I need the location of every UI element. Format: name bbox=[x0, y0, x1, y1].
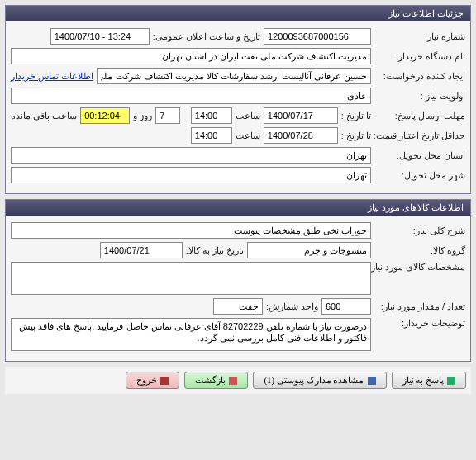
creator-label: ایجاد کننده درخواست: bbox=[374, 71, 465, 82]
buyer-field[interactable] bbox=[11, 48, 371, 64]
buyer-note-label: توضیحات خریدار: bbox=[374, 318, 465, 329]
province-label: استان محل تحویل: bbox=[374, 150, 465, 161]
spec-label: مشخصات کالای مورد نیاز: bbox=[374, 262, 465, 273]
panel2-title: اطلاعات کالاهای مورد نیاز bbox=[6, 200, 470, 216]
todate-label-2: تا تاریخ : bbox=[341, 130, 371, 141]
buyer-note-field[interactable] bbox=[11, 318, 371, 351]
exit-button-label: خروج bbox=[136, 375, 157, 386]
time-label-1: ساعت bbox=[236, 111, 260, 121]
document-icon bbox=[368, 377, 376, 385]
time-label-2: ساعت bbox=[236, 130, 260, 141]
need-date-field[interactable] bbox=[100, 242, 183, 258]
unit-label: واحد شمارش: bbox=[266, 301, 318, 312]
validity-label: حداقل تاریخ اعتبار قیمت: bbox=[374, 130, 465, 141]
validity-time-field[interactable] bbox=[191, 127, 232, 144]
announce-field[interactable] bbox=[50, 28, 150, 45]
announce-label: تاریخ و ساعت اعلان عمومی: bbox=[153, 31, 260, 42]
desc-field[interactable] bbox=[11, 222, 371, 239]
reply-button[interactable]: پاسخ به نیاز bbox=[392, 372, 467, 389]
request-no-label: شماره نیاز: bbox=[374, 31, 465, 42]
back-icon bbox=[229, 377, 237, 385]
attachments-button-label: مشاهده مدارک پیوستی (1) bbox=[264, 375, 364, 386]
group-label: گروه کالا: bbox=[374, 245, 465, 256]
panel1-title: جزئیات اطلاعات نیاز bbox=[6, 6, 470, 21]
reply-time-field[interactable] bbox=[191, 107, 232, 124]
qty-field[interactable] bbox=[321, 298, 371, 315]
buyer-label: نام دستگاه خریدار: bbox=[374, 51, 465, 62]
unit-field[interactable] bbox=[213, 298, 263, 315]
spec-field[interactable] bbox=[11, 262, 371, 295]
remain-label: ساعت باقی مانده bbox=[11, 111, 77, 121]
days-label: روز و bbox=[133, 111, 152, 121]
city-label: شهر محل تحویل: bbox=[374, 170, 465, 181]
reply-icon bbox=[447, 377, 455, 385]
exit-button[interactable]: خروج bbox=[126, 372, 179, 389]
group-field[interactable] bbox=[247, 242, 371, 258]
creator-field[interactable] bbox=[97, 68, 371, 84]
reply-deadline-label: مهلت ارسال پاسخ: bbox=[374, 111, 465, 121]
desc-label: شرح کلی نیاز: bbox=[374, 225, 465, 236]
province-field[interactable] bbox=[11, 147, 371, 164]
priority-label: اولویت نیاز : bbox=[374, 91, 465, 102]
need-details-panel: جزئیات اطلاعات نیاز شماره نیاز: تاریخ و … bbox=[5, 5, 471, 194]
goods-info-panel: اطلاعات کالاهای مورد نیاز شرح کلی نیاز: … bbox=[5, 199, 471, 362]
back-button-label: بازگشت bbox=[195, 375, 226, 386]
exit-icon bbox=[160, 377, 169, 385]
validity-date-field[interactable] bbox=[264, 127, 338, 144]
days-field[interactable] bbox=[155, 107, 180, 124]
priority-field[interactable] bbox=[11, 88, 371, 104]
qty-label: تعداد / مقدار مورد نیاز: bbox=[374, 301, 465, 312]
reply-date-field[interactable] bbox=[264, 107, 338, 124]
back-button[interactable]: بازگشت bbox=[184, 372, 248, 389]
attachments-button[interactable]: مشاهده مدارک پیوستی (1) bbox=[253, 372, 386, 389]
todate-label-1: تا تاریخ : bbox=[341, 111, 371, 121]
request-no-field[interactable] bbox=[264, 28, 371, 45]
remain-time-field[interactable] bbox=[80, 107, 130, 124]
reply-button-label: پاسخ به نیاز bbox=[402, 375, 445, 386]
button-bar: پاسخ به نیاز مشاهده مدارک پیوستی (1) باز… bbox=[5, 367, 471, 394]
city-field[interactable] bbox=[11, 167, 371, 183]
need-date-label: تاریخ نیاز به کالا: bbox=[186, 245, 244, 256]
contact-link[interactable]: اطلاعات تماس خریدار bbox=[11, 71, 93, 82]
